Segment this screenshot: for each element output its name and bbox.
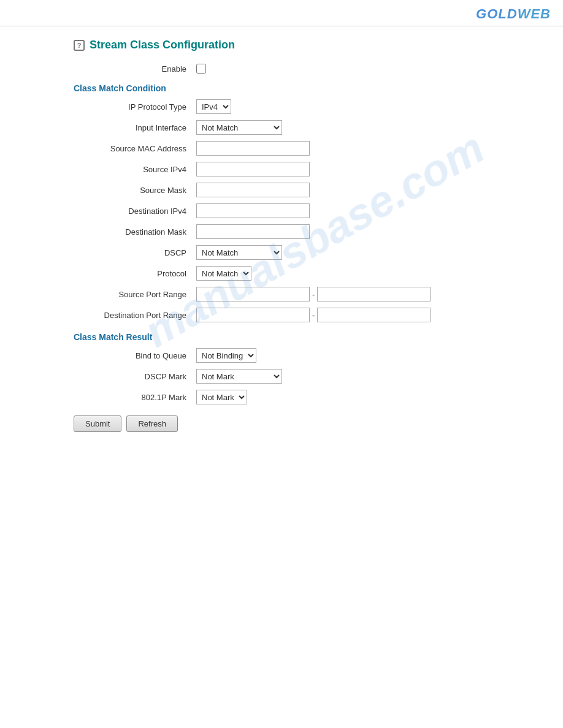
destination-port-range-row: Destination Port Range - bbox=[74, 308, 526, 322]
refresh-button[interactable]: Refresh bbox=[126, 415, 178, 432]
ip-protocol-type-row: IP Protocol Type IPv4 IPv6 bbox=[74, 99, 526, 114]
destination-port-from-input[interactable] bbox=[196, 308, 310, 322]
input-interface-label: Input Interface bbox=[74, 123, 196, 132]
bind-to-queue-row: Bind to Queue Not Binding Queue 1 Queue … bbox=[74, 348, 526, 363]
enable-row: Enable bbox=[74, 64, 526, 74]
dscp-mark-label: DSCP Mark bbox=[74, 372, 196, 381]
source-port-from-input[interactable] bbox=[196, 287, 310, 301]
destination-port-range-inputs: - bbox=[196, 308, 431, 322]
ip-protocol-type-select[interactable]: IPv4 IPv6 bbox=[196, 99, 231, 114]
button-row: Submit Refresh bbox=[74, 415, 526, 432]
page-title: Stream Class Configuration bbox=[90, 39, 235, 51]
dscp-select[interactable]: Not Match 081624 32404856 bbox=[196, 245, 282, 260]
page-title-row: ? Stream Class Configuration bbox=[74, 39, 526, 51]
class-match-result-title: Class Match Result bbox=[74, 332, 526, 342]
dscp-row: DSCP Not Match 081624 32404856 bbox=[74, 245, 526, 260]
source-ipv4-input[interactable] bbox=[196, 162, 310, 176]
source-port-to-input[interactable] bbox=[317, 287, 431, 301]
destination-port-dash: - bbox=[312, 311, 315, 320]
help-icon[interactable]: ? bbox=[74, 40, 85, 51]
source-mask-row: Source Mask bbox=[74, 183, 526, 197]
protocol-row: Protocol Not Match TCP UDP ICMP bbox=[74, 266, 526, 281]
source-port-range-row: Source Port Range - bbox=[74, 287, 526, 301]
source-port-range-inputs: - bbox=[196, 287, 431, 301]
source-mac-row: Source MAC Address bbox=[74, 141, 526, 156]
enable-checkbox[interactable] bbox=[196, 64, 206, 74]
submit-button[interactable]: Submit bbox=[74, 415, 121, 432]
destination-ipv4-input[interactable] bbox=[196, 203, 310, 218]
dscp-mark-row: DSCP Mark Not Mark 081624 32404856 bbox=[74, 369, 526, 384]
source-mac-label: Source MAC Address bbox=[74, 144, 196, 153]
destination-mask-row: Destination Mask bbox=[74, 224, 526, 239]
dscp-label: DSCP bbox=[74, 248, 196, 257]
dscp-mark-select[interactable]: Not Mark 081624 32404856 bbox=[196, 369, 282, 384]
destination-ipv4-row: Destination IPv4 bbox=[74, 203, 526, 218]
enable-label: Enable bbox=[74, 64, 196, 74]
header: GOLDWEB bbox=[0, 0, 563, 26]
802-1p-mark-row: 802.1P Mark Not Mark 0123 4567 bbox=[74, 390, 526, 404]
protocol-label: Protocol bbox=[74, 269, 196, 278]
protocol-select[interactable]: Not Match TCP UDP ICMP bbox=[196, 266, 251, 281]
destination-port-range-label: Destination Port Range bbox=[74, 311, 196, 320]
destination-ipv4-label: Destination IPv4 bbox=[74, 207, 196, 216]
input-interface-row: Input Interface Not Match LAN WAN bbox=[74, 120, 526, 135]
802-1p-mark-select[interactable]: Not Mark 0123 4567 bbox=[196, 390, 247, 404]
source-ipv4-row: Source IPv4 bbox=[74, 162, 526, 176]
source-mask-label: Source Mask bbox=[74, 186, 196, 195]
class-match-condition-title: Class Match Condition bbox=[74, 83, 526, 93]
logo-gold: GOLD bbox=[476, 6, 518, 21]
logo: GOLDWEB bbox=[476, 6, 551, 22]
ip-protocol-type-label: IP Protocol Type bbox=[74, 102, 196, 112]
source-mac-input[interactable] bbox=[196, 141, 310, 156]
bind-to-queue-label: Bind to Queue bbox=[74, 351, 196, 360]
bind-to-queue-select[interactable]: Not Binding Queue 1 Queue 2 Queue 3 Queu… bbox=[196, 348, 256, 363]
source-port-range-label: Source Port Range bbox=[74, 290, 196, 299]
source-port-dash: - bbox=[312, 290, 315, 299]
destination-mask-input[interactable] bbox=[196, 224, 310, 239]
source-ipv4-label: Source IPv4 bbox=[74, 165, 196, 174]
main-content: ? Stream Class Configuration Enable Clas… bbox=[0, 26, 563, 457]
802-1p-mark-label: 802.1P Mark bbox=[74, 393, 196, 402]
destination-mask-label: Destination Mask bbox=[74, 227, 196, 237]
logo-web: WEB bbox=[518, 6, 551, 21]
destination-port-to-input[interactable] bbox=[317, 308, 431, 322]
source-mask-input[interactable] bbox=[196, 183, 310, 197]
input-interface-select[interactable]: Not Match LAN WAN bbox=[196, 120, 282, 135]
